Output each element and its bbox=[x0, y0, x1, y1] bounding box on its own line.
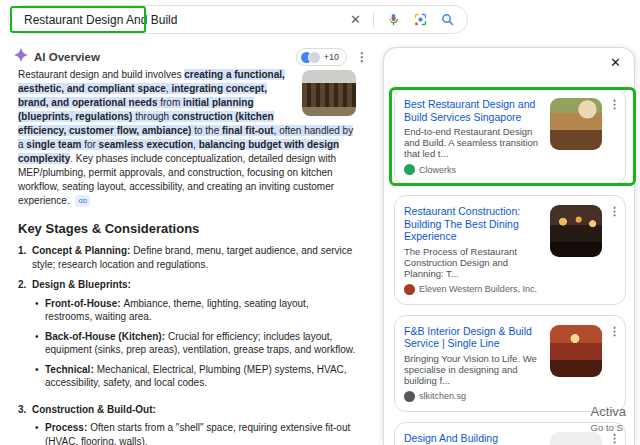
source-card-desc: The Process of Restaurant Construction D… bbox=[404, 246, 543, 279]
sources-count: +10 bbox=[324, 52, 339, 62]
site-name: Eleven Western Builders, Inc. bbox=[419, 284, 537, 294]
list-item-title: Concept & Planning: bbox=[32, 245, 130, 256]
overview-paragraph: Restaurant design and build involves cre… bbox=[18, 68, 356, 208]
source-card[interactable]: F&B Interior Design & Build Service | Si… bbox=[394, 315, 626, 412]
more-options-icon[interactable]: ⋮ bbox=[356, 50, 368, 64]
card-more-options-icon[interactable]: ⋮ bbox=[609, 325, 618, 402]
close-panel-icon[interactable]: ✕ bbox=[610, 55, 621, 70]
ai-sparkle-icon bbox=[14, 48, 28, 66]
watermark-line-2: Go to S bbox=[591, 422, 626, 433]
search-icon[interactable] bbox=[440, 12, 455, 27]
source-card[interactable]: Best Restaurant Design and Build Service… bbox=[394, 88, 626, 185]
sources-panel: ✕ Best Restaurant Design and Build Servi… bbox=[383, 47, 635, 445]
clear-search-icon[interactable]: ✕ bbox=[350, 13, 361, 26]
site-favicon bbox=[404, 391, 415, 402]
watermark-line-1: Activa bbox=[591, 404, 626, 419]
search-bar-icons: ✕ bbox=[350, 12, 455, 28]
sub-item-title: Back-of-House (Kitchen): bbox=[45, 331, 165, 342]
sub-item-title: Front-of-House: bbox=[45, 298, 121, 309]
source-card-desc: End-to-end Restaurant Design and Build. … bbox=[404, 126, 543, 159]
site-favicon bbox=[404, 284, 415, 295]
source-card-thumbnail[interactable] bbox=[550, 205, 602, 257]
search-input[interactable]: Restaurant Design And Build bbox=[24, 13, 350, 27]
ai-overview-label: AI Overview bbox=[34, 51, 100, 63]
list-number: 3. bbox=[18, 403, 32, 445]
sub-list-item: Back-of-House (Kitchen):Crucial for effi… bbox=[32, 330, 356, 357]
list-number: 2. bbox=[18, 278, 32, 396]
ai-overview-content: Restaurant design and build involves cre… bbox=[18, 68, 356, 445]
card-more-options-icon[interactable]: ⋮ bbox=[609, 432, 618, 445]
lens-search-icon[interactable] bbox=[413, 12, 428, 27]
site-name: Clowerks bbox=[419, 165, 456, 175]
source-favicon bbox=[308, 51, 321, 64]
google-search-results-page: Restaurant Design And Build ✕ bbox=[0, 0, 640, 445]
ai-overview-header: AI Overview +10 ⋮ bbox=[14, 48, 368, 66]
sub-item-text: Often starts from a "shell" space, requi… bbox=[45, 422, 350, 445]
section-heading: Key Stages & Considerations bbox=[18, 221, 356, 236]
source-card-title[interactable]: Best Restaurant Design and Build Service… bbox=[404, 98, 543, 123]
source-card-title[interactable]: Restaurant Construction: Building The Be… bbox=[404, 205, 543, 243]
source-card-thumbnail[interactable] bbox=[550, 98, 602, 150]
source-card-desc: Bringing Your Vision to Life. We special… bbox=[404, 353, 543, 386]
list-number: 1. bbox=[18, 244, 32, 271]
voice-search-icon[interactable] bbox=[386, 12, 401, 27]
source-card-title[interactable]: F&B Interior Design & Build Service | Si… bbox=[404, 325, 543, 350]
sub-list-item: Technical:Mechanical, Electrical, Plumbi… bbox=[32, 363, 356, 390]
source-card-thumbnail[interactable] bbox=[550, 432, 602, 445]
source-card[interactable]: Restaurant Construction: Building The Be… bbox=[394, 195, 626, 305]
list-item: 3. Construction & Build-Out: Process:Oft… bbox=[18, 403, 356, 445]
source-card-source: Clowerks bbox=[404, 164, 543, 175]
sub-list-item: Front-of-House:Ambiance, theme, lighting… bbox=[32, 297, 356, 324]
source-card-source: slkitchen.sg bbox=[404, 391, 543, 402]
ai-overview-actions: +10 ⋮ bbox=[296, 48, 368, 66]
source-cards-list: Best Restaurant Design and Build Service… bbox=[394, 88, 626, 445]
site-name: slkitchen.sg bbox=[419, 391, 466, 401]
list-item: 1. Concept & Planning:Define brand, menu… bbox=[18, 244, 356, 271]
sub-list-item: Process:Often starts from a "shell" spac… bbox=[32, 421, 356, 445]
card-more-options-icon[interactable]: ⋮ bbox=[609, 205, 618, 295]
source-card-title[interactable]: Design And Building Restaurants: How To … bbox=[404, 432, 543, 445]
search-bar: Restaurant Design And Build ✕ bbox=[8, 5, 468, 34]
list-item-title: Design & Blueprints: bbox=[32, 279, 131, 290]
source-card-thumbnail[interactable] bbox=[550, 325, 602, 377]
sub-item-title: Process: bbox=[45, 422, 87, 433]
restaurant-exterior-thumbnail[interactable] bbox=[302, 70, 356, 116]
ai-overview-title-group: AI Overview bbox=[14, 48, 100, 66]
divider bbox=[373, 12, 374, 28]
list-item: 2. Design & Blueprints: Front-of-House:A… bbox=[18, 278, 356, 396]
card-more-options-icon[interactable]: ⋮ bbox=[609, 98, 618, 175]
source-card-source: Eleven Western Builders, Inc. bbox=[404, 284, 543, 295]
site-favicon bbox=[404, 164, 415, 175]
list-item-title: Construction & Build-Out: bbox=[32, 404, 156, 415]
sub-item-title: Technical: bbox=[45, 364, 94, 375]
sources-chip[interactable]: +10 bbox=[296, 48, 347, 66]
key-stages-list: 1. Concept & Planning:Define brand, menu… bbox=[18, 244, 356, 445]
windows-watermark: Activa Go to S bbox=[591, 404, 626, 433]
citation-link-icon[interactable] bbox=[75, 195, 90, 207]
